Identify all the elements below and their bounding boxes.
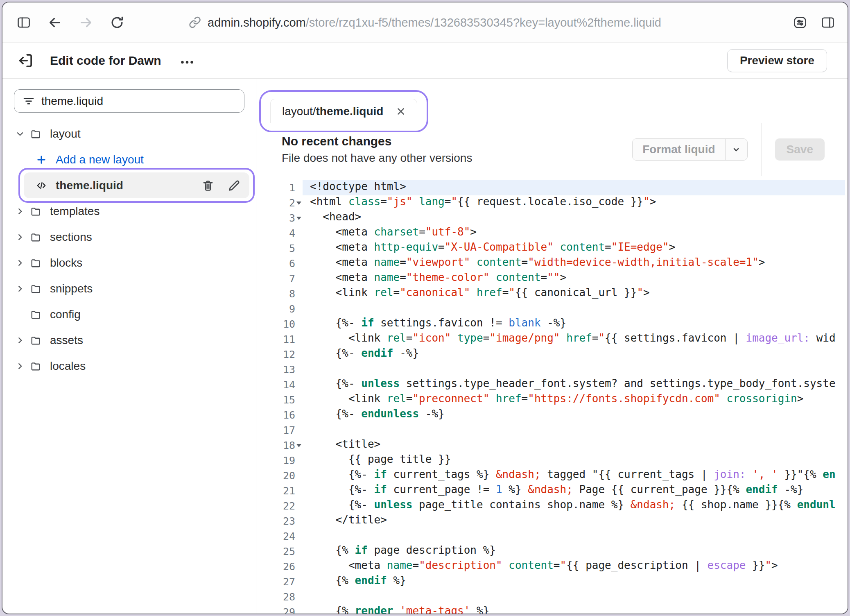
fold-icon[interactable] [295,211,303,226]
sidebar-item-locales[interactable]: locales [9,353,249,379]
code-line[interactable]: <link rel="icon" type="image/png" href="… [303,332,845,347]
preview-store-button[interactable]: Preview store [727,49,827,72]
code-line[interactable]: <meta name="description" content="{{ pag… [303,559,845,574]
code-line[interactable]: <title> [303,438,845,453]
code-token: page_description %} [368,544,496,556]
code-token: " [598,332,605,344]
code-line[interactable] [303,529,845,544]
code-token [470,256,477,268]
code-line[interactable]: {% endif %} [303,574,845,589]
trash-icon[interactable] [202,179,214,192]
code-line[interactable]: {%- endunless -%} [303,408,845,423]
code-line[interactable]: </title> [303,514,845,529]
code-line[interactable]: {%- unless page_title contains shop.name… [303,498,845,514]
chevron-right-icon[interactable] [15,335,30,346]
pencil-icon[interactable] [228,179,240,192]
format-liquid-button[interactable]: Format liquid [632,138,747,161]
fold-icon[interactable] [295,438,303,453]
code-token: en [823,468,835,480]
fold-placeholder [295,180,303,195]
code-line[interactable] [303,423,845,438]
tab-theme-liquid[interactable]: layout/theme.liquid [270,99,417,123]
code-line[interactable]: <meta name="theme-color" content=""> [303,271,845,286]
sidebar-item-config[interactable]: config [9,301,249,327]
code-line[interactable]: <link rel="preconnect" href="https://fon… [303,392,845,408]
code-token: = [483,332,490,344]
code-line[interactable]: <meta name="viewport" content="width=dev… [303,256,845,271]
code-line[interactable]: <meta http-equiv="X-UA-Compatible" conte… [303,241,845,256]
code-token: = [605,241,611,253]
address-bar[interactable]: admin.shopify.com/store/rzq1xu-f5/themes… [189,16,661,29]
close-icon[interactable] [396,106,406,117]
code-line[interactable]: <link rel="canonical" href="{{ canonical… [303,286,845,301]
row-actions [202,179,244,192]
code-line[interactable]: <html class="js" lang="{{ request.locale… [303,195,845,211]
status-subtitle: File does not have any other versions [282,152,472,165]
sidebar-item-assets[interactable]: assets [9,327,249,353]
editor-header: No recent changes File does not have any… [256,123,848,176]
sidebar-item-add-a-new-layout[interactable]: Add a new layout [9,147,249,172]
code-line[interactable]: {% render 'meta-tags' %} [303,605,845,614]
reload-icon[interactable] [110,15,124,30]
editor-code[interactable]: <!doctype html><html class="js" lang="{{… [303,180,845,614]
extensions-icon[interactable] [793,15,807,30]
code-line[interactable]: {{ page_title }} [303,453,845,468]
code-line[interactable] [303,589,845,605]
code-token: <head> [310,211,361,223]
back-icon[interactable] [47,15,62,30]
sidebar-item-label: snippets [50,282,93,295]
code-line[interactable]: {%- if current_page != 1 %} &ndash; Page… [303,483,845,498]
code-token: <link [310,392,387,405]
sidebar-toggle-icon[interactable] [16,15,31,30]
code-line[interactable]: {%- unless settings.type_header_font.sys… [303,377,845,392]
code-line[interactable] [303,301,845,317]
fold-icon[interactable] [295,195,303,211]
fold-placeholder [295,256,303,271]
editor-gutter: 1234567891011121314151617181920212223242… [267,180,303,614]
sidebar-item-layout[interactable]: layout [9,121,249,147]
sidebar-item-templates[interactable]: templates [9,198,249,224]
more-actions-icon[interactable] [179,54,195,67]
code-token: <!doctype html> [310,180,406,192]
line-number: 27 [267,574,303,589]
code-token: = [419,226,425,238]
file-search[interactable] [14,89,244,113]
code-line[interactable]: <meta charset="utf-8"> [303,226,845,241]
chevron-down-icon[interactable] [725,139,747,160]
code-token: -%} [393,347,419,359]
chevron-right-icon[interactable] [15,361,30,371]
code-line[interactable] [303,362,845,377]
sidebar-item-sections[interactable]: sections [9,224,249,250]
search-input[interactable] [41,95,236,108]
chevron-right-icon[interactable] [15,283,30,294]
code-line[interactable]: {% if page_description %} [303,544,845,559]
line-number: 15 [267,392,303,408]
sidebar-item-blocks[interactable]: blocks [9,250,249,276]
code-token: settings.favicon != [374,317,509,329]
chevron-down-icon[interactable] [15,129,30,139]
code-line[interactable]: <!doctype html> [303,180,845,195]
chevron-right-icon[interactable] [15,206,30,217]
line-number: 24 [267,529,303,544]
chevron-right-icon[interactable] [15,232,30,242]
sidebar-item-theme-liquid[interactable]: theme.liquid [24,172,249,198]
code-token: name [387,559,413,571]
file-sidebar: layoutAdd a new layouttheme.liquidtempla… [2,79,256,614]
sidebar-item-snippets[interactable]: snippets [9,276,249,301]
line-number: 29 [267,605,303,614]
code-line[interactable]: {%- if settings.favicon != blank -%} [303,317,845,332]
filter-icon [23,95,35,107]
code-editor[interactable]: 1234567891011121314151617181920212223242… [256,176,848,614]
code-line[interactable]: <head> [303,211,845,226]
folder-icon [30,283,46,294]
code-token: type [457,332,483,344]
code-token: %} [470,605,489,614]
sidebar-item-label: locales [50,360,86,373]
panel-right-icon[interactable] [821,15,835,30]
code-line[interactable]: {%- endif -%} [303,347,845,362]
line-number: 1 [267,180,303,195]
code-line[interactable]: {%- if current_tags %} &ndash; tagged "{… [303,468,845,483]
code-token: " [765,559,771,571]
chevron-right-icon[interactable] [15,258,30,268]
exit-icon[interactable] [17,52,34,69]
